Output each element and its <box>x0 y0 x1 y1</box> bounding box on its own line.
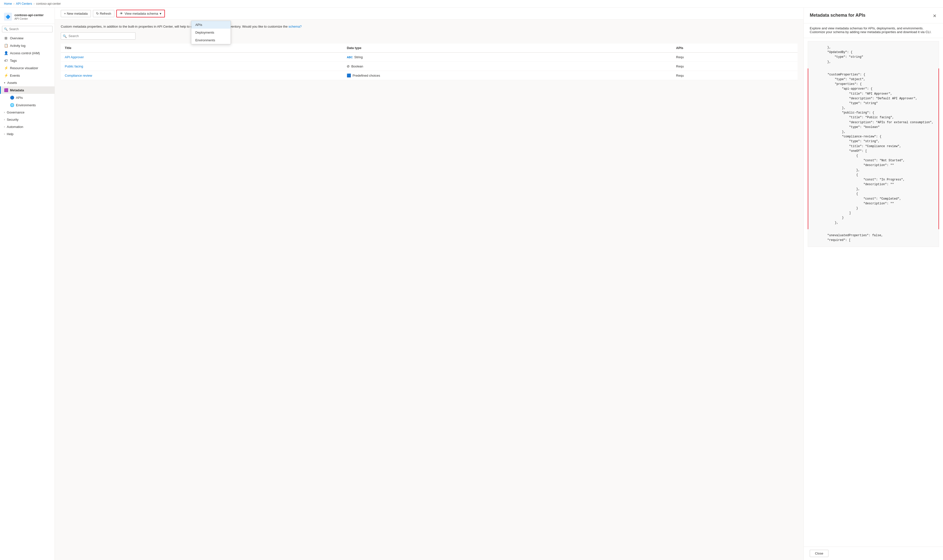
sidebar-label-help: Help <box>7 132 51 136</box>
sidebar-subtitle: API Center <box>14 17 43 20</box>
events-icon: ⚡ <box>4 74 8 77</box>
sidebar-item-activity-log[interactable]: 📋 Activity log <box>0 42 54 49</box>
dropdown-item-environments[interactable]: Environments <box>191 36 231 44</box>
sidebar-label-security: Security <box>7 118 51 122</box>
sidebar-header-icon: 🔷 <box>4 13 12 21</box>
refresh-button[interactable]: ↻ Refresh <box>93 10 114 17</box>
dropdown-item-apis[interactable]: APIs <box>191 21 231 29</box>
row2-apis: Requ <box>672 62 798 71</box>
dropdown-chevron: ▾ <box>160 12 161 15</box>
view-metadata-schema-label: View metadata schema <box>125 12 158 15</box>
sidebar-item-metadata[interactable]: 🟪 Metadata <box>0 86 54 94</box>
breadcrumb-api-centers[interactable]: API Centers <box>16 2 32 6</box>
table-row: Compliance review 🟦 Predefined choices R… <box>61 71 798 80</box>
sidebar-item-governance[interactable]: › Governance <box>0 109 54 116</box>
sidebar-label-tags: Tags <box>10 59 51 63</box>
sidebar-search-container: 🔍 <box>2 26 52 32</box>
sidebar-label-apis: APIs <box>16 96 51 100</box>
help-chevron: › <box>4 133 5 135</box>
sidebar-title: contoso-api-center <box>14 13 43 17</box>
row2-title-link[interactable]: Public facing <box>65 65 83 68</box>
view-icon: 👁 <box>120 12 123 15</box>
sidebar-item-resource-visualizer[interactable]: ⚡ Resource visualizer <box>0 64 54 72</box>
environments-icon: 🌐 <box>10 103 14 107</box>
sidebar-item-automation[interactable]: › Automation <box>0 123 54 131</box>
page-content: Custom metadata properties, in addition … <box>55 20 804 560</box>
content-search-input[interactable] <box>61 32 136 40</box>
right-panel-header: Metadata schema for APIs ✕ <box>804 8 943 23</box>
sidebar-item-events[interactable]: ⚡ Events <box>0 72 54 79</box>
sidebar-item-access-control[interactable]: 👤 Access control (IAM) <box>0 49 54 57</box>
sidebar-label-metadata: Metadata <box>10 88 51 92</box>
sidebar-item-apis[interactable]: 🔵 APIs <box>0 94 54 101</box>
resource-visualizer-icon: ⚡ <box>4 66 8 70</box>
right-panel-footer: Close <box>804 546 943 560</box>
page-description: Custom metadata properties, in addition … <box>61 25 798 28</box>
code-after: "unevaluatedProperties": false, "require… <box>808 229 939 247</box>
tags-icon: 🏷 <box>4 58 8 63</box>
content-area: + New metadata ↻ Refresh 👁 View metadata… <box>55 8 804 560</box>
breadcrumb: Home › API Centers › contoso-api-center <box>0 0 943 8</box>
right-panel-description: Explore and view metadata schemas for AP… <box>804 23 943 38</box>
panel-close-button[interactable]: Close <box>810 550 829 557</box>
breadcrumb-current: contoso-api-center <box>36 2 61 6</box>
right-panel-title: Metadata schema for APIs <box>810 13 865 18</box>
row1-data-type: String <box>354 55 363 59</box>
content-search-icon: 🔍 <box>63 34 67 38</box>
access-control-icon: 👤 <box>4 51 8 55</box>
sidebar-label-access-control: Access control (IAM) <box>10 51 51 55</box>
table-row: Public facing ⊘ Boolean Requ <box>61 62 798 71</box>
row3-title-link[interactable]: Compliance review <box>65 74 92 77</box>
col-apis: APIs <box>672 43 798 52</box>
table-row: API Approver ABC String Requ <box>61 52 798 62</box>
row1-title-link[interactable]: API Approver <box>65 55 84 59</box>
col-data-type: Data type <box>343 43 672 52</box>
code-before: }, "UpdatedBy": { "type": "string" }, <box>808 41 939 68</box>
sidebar-search-input[interactable] <box>2 26 52 32</box>
sidebar-label-environments: Environments <box>16 103 51 107</box>
new-metadata-button[interactable]: + New metadata <box>61 10 91 17</box>
activity-log-icon: 📋 <box>4 43 8 48</box>
sidebar-search-icon: 🔍 <box>4 28 8 31</box>
string-icon: ABC <box>347 56 353 59</box>
sidebar-item-help[interactable]: › Help <box>0 131 54 138</box>
automation-chevron: › <box>4 125 5 128</box>
boolean-icon: ⊘ <box>347 64 350 68</box>
sidebar-label-governance: Governance <box>7 111 51 114</box>
sidebar-label-assets: Assets <box>7 81 51 85</box>
sidebar-label-activity-log: Activity log <box>10 44 51 48</box>
sidebar-item-environments[interactable]: 🌐 Environments <box>0 101 54 109</box>
schema-link[interactable]: schema? <box>289 25 302 28</box>
metadata-table: Title Data type APIs API Approver ABC St… <box>61 43 798 80</box>
governance-chevron: › <box>4 111 5 114</box>
row3-data-type: Predefined choices <box>352 74 380 77</box>
right-panel: Metadata schema for APIs ✕ Explore and v… <box>804 8 943 560</box>
sidebar-item-assets[interactable]: ▾ Assets <box>0 79 54 86</box>
sidebar-label-resource-visualizer: Resource visualizer <box>10 66 51 70</box>
sidebar-label-events: Events <box>10 74 51 77</box>
predefined-icon: 🟦 <box>347 74 351 77</box>
security-chevron: › <box>4 118 5 121</box>
overview-icon: ⊞ <box>4 36 8 40</box>
assets-chevron: ▾ <box>4 82 5 84</box>
sidebar: 🔷 contoso-api-center API Center 🔍 ⊞ Over… <box>0 8 55 560</box>
sidebar-item-overview[interactable]: ⊞ Overview <box>0 34 54 42</box>
dropdown-menu: APIs Deployments Environments <box>191 21 231 44</box>
row1-apis: Requ <box>672 52 798 62</box>
sidebar-item-tags[interactable]: 🏷 Tags <box>0 57 54 64</box>
sidebar-item-security[interactable]: › Security <box>0 116 54 123</box>
row2-data-type: Boolean <box>351 65 363 68</box>
col-title: Title <box>61 43 343 52</box>
breadcrumb-home[interactable]: Home <box>4 2 12 6</box>
view-metadata-schema-button[interactable]: 👁 View metadata schema ▾ <box>116 10 165 17</box>
toolbar: + New metadata ↻ Refresh 👁 View metadata… <box>55 8 804 20</box>
code-highlight: "customProperties": { "type": "object", … <box>808 68 939 229</box>
row3-apis: Requ <box>672 71 798 80</box>
sidebar-label-automation: Automation <box>7 125 51 129</box>
right-panel-close-button[interactable]: ✕ <box>932 13 937 19</box>
sidebar-header: 🔷 contoso-api-center API Center <box>0 10 54 24</box>
dropdown-item-deployments[interactable]: Deployments <box>191 29 231 36</box>
metadata-icon: 🟪 <box>4 88 8 92</box>
apis-icon: 🔵 <box>10 95 14 100</box>
content-search-container: 🔍 <box>61 32 136 40</box>
